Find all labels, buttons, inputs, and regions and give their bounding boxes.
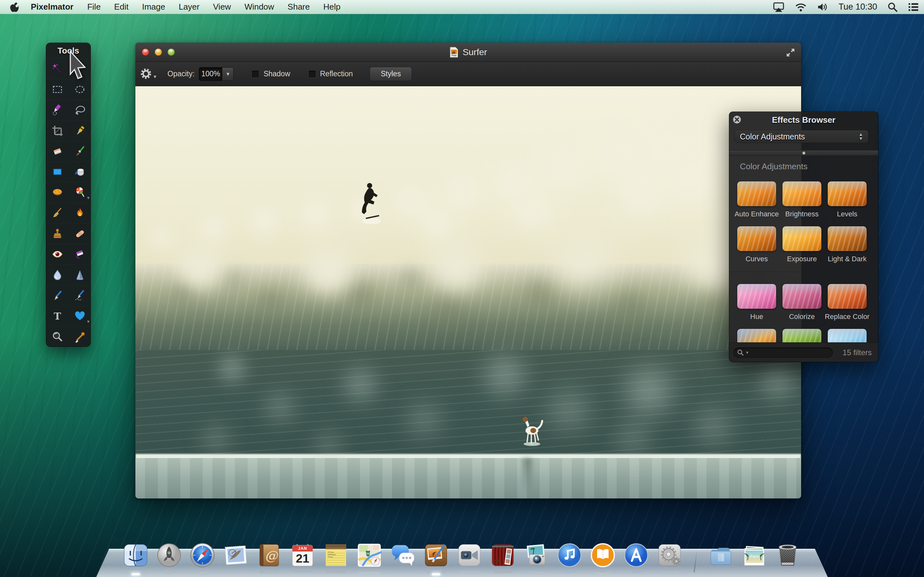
reflection-checkbox[interactable] [309, 70, 316, 78]
dock-item-mail[interactable] [219, 529, 252, 577]
filter-brightness[interactable]: Brightness [779, 181, 825, 218]
tool-clone-stamp[interactable] [46, 223, 69, 243]
tool-rect-marquee[interactable] [46, 79, 69, 99]
dock-item-notes[interactable] [319, 529, 352, 577]
menubar: Pixelmator FileEditImageLayerViewWindowS… [0, 0, 924, 14]
menu-item-image[interactable]: Image [136, 0, 172, 14]
svg-text:@: @ [265, 548, 278, 563]
tool-flame[interactable] [69, 203, 91, 223]
dock-item-ibooks[interactable] [586, 529, 620, 577]
dock-item-pixelmator[interactable] [419, 529, 453, 577]
tool-sponge[interactable] [46, 182, 69, 203]
volume-icon[interactable] [812, 0, 833, 14]
dock-item-contacts[interactable]: @@ [252, 529, 286, 577]
notes-icon [322, 542, 349, 569]
styles-button[interactable]: Styles [370, 67, 412, 81]
dock-item-trash[interactable] [771, 529, 804, 577]
tool-lasso[interactable] [69, 100, 91, 120]
tool-zoom-tool[interactable] [46, 326, 69, 347]
menubar-clock[interactable]: Tue 10:30 [833, 2, 882, 12]
filter-replace-color[interactable]: Replace Color [825, 284, 870, 321]
dock-item-documents-folder[interactable] [704, 529, 738, 577]
dock-item-system-preferences[interactable] [653, 529, 686, 577]
tool-eraser[interactable] [46, 141, 69, 161]
tool-sharpen-cone[interactable] [69, 264, 91, 285]
tool-freeform-pen[interactable] [69, 285, 91, 306]
opacity-dropdown-button[interactable]: ▼ [222, 67, 234, 81]
svg-text:T: T [54, 310, 61, 322]
tool-rect-shape[interactable] [46, 161, 69, 182]
menu-app-name[interactable]: Pixelmator [24, 2, 81, 12]
apple-menu[interactable] [10, 2, 19, 13]
dock-item-maps[interactable]: 280280 [352, 529, 386, 577]
window-titlebar[interactable]: PXM Surfer [136, 43, 801, 62]
filter-search-field[interactable]: ▼ [733, 347, 834, 359]
menu-item-view[interactable]: View [206, 0, 238, 14]
tool-healing-bandage[interactable] [69, 223, 91, 243]
gear-menu-button[interactable]: ▼ [140, 68, 159, 81]
tool-blur-drop[interactable] [46, 264, 69, 285]
menu-item-file[interactable]: File [81, 0, 107, 14]
filter-exposure[interactable]: Exposure [779, 226, 825, 263]
shadow-checkbox[interactable] [252, 70, 259, 78]
dock-item-app-store[interactable] [620, 529, 653, 577]
dock-item-finder[interactable] [119, 529, 152, 577]
tool-dropdown-arrow[interactable]: ▾ [87, 195, 89, 201]
filter-hue[interactable]: Hue [734, 284, 779, 321]
tool-type-tool[interactable]: T [46, 306, 69, 326]
filter-label: Hue [734, 313, 779, 321]
menu-item-edit[interactable]: Edit [107, 0, 136, 14]
tool-eyedropper[interactable] [69, 326, 91, 347]
filter-light-dark[interactable]: Light & Dark [825, 226, 870, 263]
spotlight-icon[interactable] [882, 0, 903, 14]
svg-text:PXM: PXM [451, 55, 456, 57]
menu-item-layer[interactable]: Layer [172, 0, 206, 14]
zoom-button[interactable] [168, 48, 175, 56]
tool-gradient-candy[interactable]: ▾ [69, 182, 91, 203]
filter-thumbnail [782, 284, 821, 309]
tool-crop[interactable] [46, 120, 69, 141]
dock-item-facetime[interactable] [453, 529, 486, 577]
wifi-icon[interactable] [790, 0, 812, 14]
menu-item-window[interactable]: Window [238, 0, 281, 14]
tool-paint-bucket[interactable] [69, 161, 91, 182]
search-scope-arrow[interactable]: ▼ [745, 350, 749, 355]
fullscreen-button[interactable] [785, 47, 796, 58]
dock-item-messages[interactable] [386, 529, 419, 577]
notification-center-icon[interactable] [903, 0, 924, 14]
dock-item-itunes[interactable] [553, 529, 586, 577]
filter-levels[interactable]: Levels [825, 181, 870, 218]
tool-dropdown-arrow[interactable]: ▾ [87, 319, 89, 324]
documents-folder-icon [708, 542, 734, 569]
dock-item-calendar[interactable]: JAN21JAN21 [286, 529, 319, 577]
tool-heart-shape[interactable]: ▾ [69, 306, 91, 326]
dock-item-photo-booth[interactable] [486, 529, 519, 577]
tool-magic-wand[interactable] [46, 58, 69, 79]
dock-item-launchpad[interactable] [152, 529, 186, 577]
filter-label: Auto Enhance [734, 210, 779, 218]
tool-red-eye[interactable] [46, 244, 69, 264]
tool-ellipse-marquee[interactable] [69, 79, 91, 99]
tool-broom[interactable] [46, 203, 69, 223]
tool-paintbrush[interactable] [69, 141, 91, 161]
tool-slice[interactable] [69, 120, 91, 141]
filter-curves[interactable]: Curves [734, 226, 779, 263]
dock-item-safari[interactable] [186, 529, 219, 577]
menu-item-share[interactable]: Share [281, 0, 317, 14]
tool-quick-select[interactable] [46, 100, 69, 120]
filter-colorize[interactable]: Colorize [779, 284, 825, 321]
dock-item-iphoto[interactable] [519, 529, 553, 577]
menu-item-help[interactable]: Help [317, 0, 347, 14]
dock-item-pictures-stack[interactable]: EnjoyEnjoy [738, 529, 771, 577]
close-button[interactable] [142, 48, 149, 56]
airplay-icon[interactable] [768, 0, 790, 14]
filter-auto-enhance[interactable]: Auto Enhance [734, 181, 779, 218]
dock-icon-reflection: 280 [356, 569, 383, 576]
tool-color-eraser[interactable] [69, 244, 91, 264]
opacity-field[interactable]: 100% [199, 67, 222, 81]
gear-icon [140, 68, 153, 81]
image-canvas[interactable] [136, 86, 801, 498]
minimize-button[interactable] [155, 48, 162, 56]
desktop: PXM Surfer ▼ Opacity: 100% [0, 0, 924, 577]
tool-pen[interactable] [46, 285, 69, 306]
